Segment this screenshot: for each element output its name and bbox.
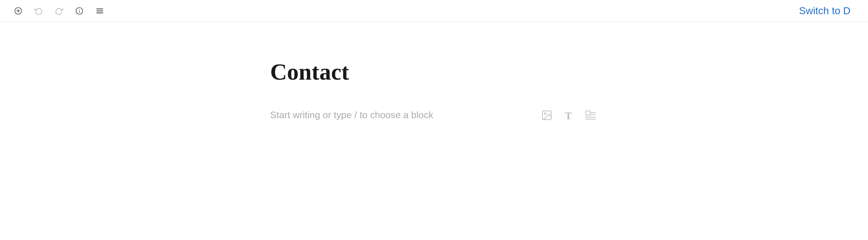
add-block-button[interactable]: [12, 4, 25, 17]
insert-text-icon[interactable]: T: [561, 108, 576, 123]
svg-rect-12: [586, 111, 590, 115]
insert-media-text-icon[interactable]: [583, 108, 598, 123]
info-button[interactable]: [73, 4, 86, 17]
block-placeholder-text[interactable]: Start writing or type / to choose a bloc…: [270, 109, 433, 121]
toolbar: Switch to D: [0, 0, 868, 22]
svg-point-10: [544, 113, 546, 114]
page-title[interactable]: Contact: [270, 58, 598, 86]
editor-content: Contact Start writing or type / to choos…: [270, 58, 598, 123]
switch-to-button[interactable]: Switch to D: [793, 2, 856, 20]
toolbar-left: [12, 4, 106, 17]
undo-button[interactable]: [32, 4, 45, 17]
editor-area: Contact Start writing or type / to choos…: [0, 22, 868, 240]
block-placeholder-row: Start writing or type / to choose a bloc…: [270, 108, 598, 123]
svg-text:T: T: [565, 109, 572, 121]
redo-button[interactable]: [52, 4, 66, 17]
menu-button[interactable]: [93, 4, 106, 17]
insert-image-icon[interactable]: [540, 108, 554, 123]
block-insert-icons: T: [540, 108, 598, 123]
